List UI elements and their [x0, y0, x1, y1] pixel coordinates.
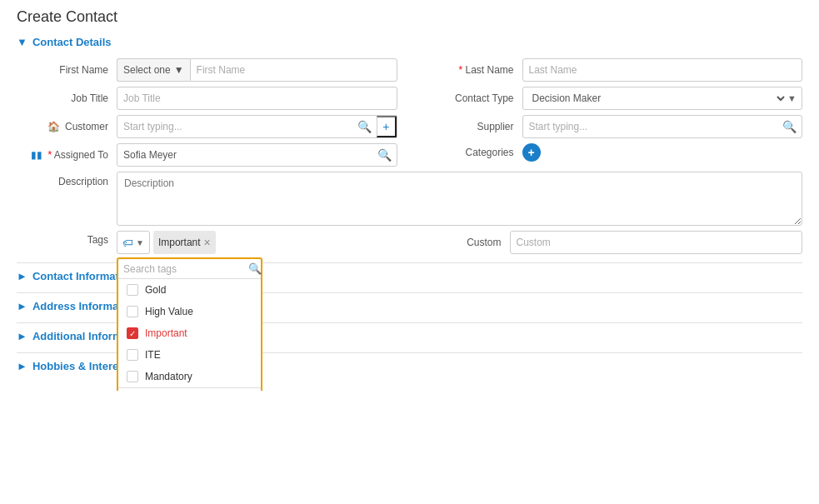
tags-search-input[interactable]	[123, 263, 248, 275]
first-name-label: First Name	[17, 64, 117, 76]
first-name-input[interactable]	[190, 58, 397, 82]
tag-label-important: Important	[145, 327, 187, 339]
tags-label: Tags	[17, 231, 117, 246]
assigned-to-label: ▮▮ * Assigned To	[17, 149, 117, 161]
tag-icon: 🏷	[122, 237, 133, 249]
customer-search-button[interactable]: 🔍	[352, 120, 377, 133]
prefix-chevron-icon: ▼	[174, 64, 184, 76]
custom-label: Custom	[410, 237, 510, 248]
tag-trigger-chevron-icon: ▼	[136, 238, 144, 247]
tags-container: 🏷 ▼ Important × 🔍	[117, 231, 216, 254]
assigned-to-wrapper: 🔍	[117, 143, 397, 167]
tag-badge-close-button[interactable]: ×	[204, 237, 211, 248]
tag-badge-label: Important	[158, 237, 201, 248]
description-input[interactable]	[117, 172, 802, 226]
additional-info-arrow: ►	[17, 330, 27, 342]
tag-label-mandatory: Mandatory	[145, 371, 192, 382]
contact-details-header[interactable]: ▼ Contact Details	[17, 36, 802, 48]
tag-item-high-value[interactable]: High Value	[118, 301, 261, 322]
tag-label-ite: ITE	[145, 349, 161, 361]
tags-search-row: 🔍	[118, 259, 261, 279]
supplier-input-wrapper: 🔍	[522, 115, 803, 138]
tag-item-gold[interactable]: Gold	[118, 279, 261, 301]
assigned-to-input[interactable]	[117, 144, 372, 166]
tag-label-gold: Gold	[145, 284, 166, 296]
tag-item-important[interactable]: ✓ Important	[118, 322, 261, 344]
last-name-input[interactable]	[522, 58, 803, 82]
tags-dropdown: 🔍 Gold High Value ✓ Import	[117, 257, 262, 391]
first-name-prefix-select[interactable]: Select one ▼	[117, 58, 190, 82]
page-title: Create Contact	[17, 8, 802, 26]
contact-type-select[interactable]: Decision Maker Influencer End User Other	[523, 87, 788, 109]
tag-checkbox-gold[interactable]	[127, 284, 138, 296]
customer-input-wrapper: 🔍 +	[117, 115, 397, 138]
first-name-prefix-value: Select one	[123, 64, 171, 76]
customer-icon: 🏠	[47, 121, 60, 132]
contact-details-section: ▼ Contact Details First Name Select one …	[17, 36, 802, 254]
assigned-to-search-button[interactable]: 🔍	[372, 148, 397, 162]
tags-search-button[interactable]: 🔍	[248, 262, 262, 275]
contact-details-arrow: ▼	[17, 36, 27, 48]
tag-label-high-value: High Value	[145, 306, 193, 317]
categories-wrapper: +	[522, 143, 541, 162]
contact-type-wrapper: Decision Maker Influencer End User Other…	[522, 87, 803, 110]
customer-input[interactable]	[117, 116, 352, 137]
job-title-label: Job Title	[17, 92, 117, 104]
contact-details-label: Contact Details	[32, 36, 112, 48]
assigned-to-icon: ▮▮	[31, 149, 42, 161]
tag-checkbox-mandatory[interactable]	[127, 371, 138, 382]
tags-list: Gold High Value ✓ Important ITE	[118, 279, 261, 387]
tag-badge-important: Important ×	[153, 231, 216, 254]
categories-label: Categories	[422, 147, 522, 158]
supplier-search-button[interactable]: 🔍	[777, 120, 802, 133]
supplier-label: Supplier	[422, 121, 522, 132]
job-title-input[interactable]	[117, 87, 397, 110]
customer-add-button[interactable]: +	[377, 116, 396, 137]
tags-add-new-button[interactable]: Add New	[118, 387, 261, 391]
description-label: Description	[17, 172, 117, 187]
contact-type-label: Contact Type	[422, 92, 522, 104]
tag-item-mandatory[interactable]: Mandatory	[118, 366, 261, 387]
tag-checkbox-ite[interactable]	[127, 349, 138, 361]
last-name-label: * Last Name	[422, 64, 522, 76]
hobbies-arrow: ►	[17, 360, 27, 372]
tags-trigger-button[interactable]: 🏷 ▼	[117, 231, 150, 254]
customer-label: 🏠 Customer	[17, 121, 117, 132]
supplier-input[interactable]	[523, 116, 778, 137]
address-info-arrow: ►	[17, 300, 27, 312]
tag-checkbox-important[interactable]: ✓	[127, 327, 138, 339]
tag-item-ite[interactable]: ITE	[118, 344, 261, 366]
categories-add-button[interactable]: +	[522, 143, 541, 162]
contact-type-chevron-icon: ▼	[787, 93, 802, 103]
custom-input[interactable]	[510, 231, 803, 254]
tag-checkbox-high-value[interactable]	[127, 306, 138, 317]
contact-info-arrow: ►	[17, 270, 27, 282]
